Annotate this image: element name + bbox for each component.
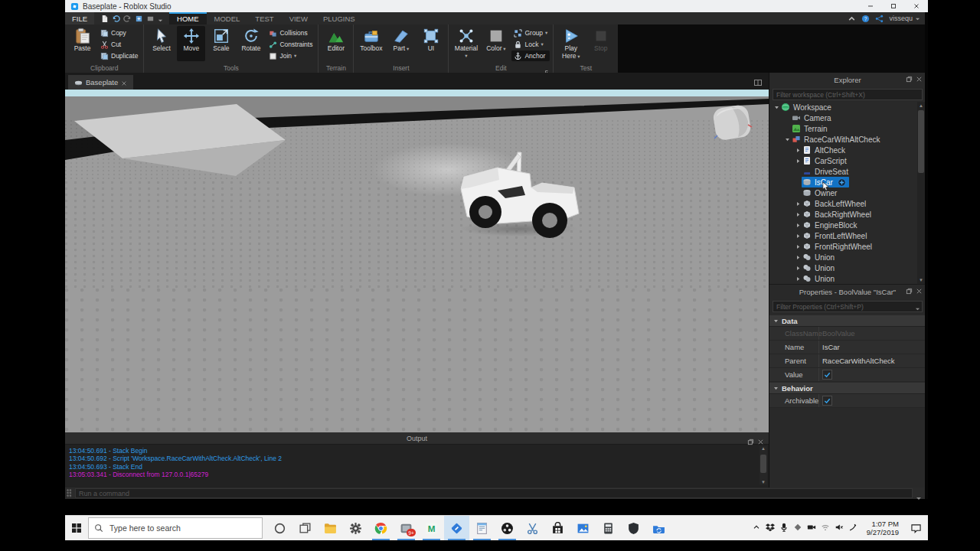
taskbar-settings-gear-button[interactable] [343, 516, 368, 540]
editor-button[interactable]: Editor [322, 26, 350, 54]
tray-wifi-button[interactable] [819, 516, 831, 540]
command-history-icon[interactable] [916, 491, 922, 497]
taskbar-teams-button[interactable]: M [419, 516, 444, 540]
close-panel-icon[interactable] [757, 435, 764, 442]
explorer-item-union[interactable]: Union [769, 262, 926, 273]
explorer-item-carscript[interactable]: CarScript [769, 155, 926, 166]
undo-icon[interactable] [112, 15, 120, 23]
tray-diamond-button[interactable] [792, 516, 804, 540]
menu-tab-model[interactable]: MODEL [207, 12, 248, 24]
taskbar-obs-button[interactable] [495, 516, 520, 540]
expand-arrow-icon[interactable] [795, 222, 802, 228]
taskbar-sync-folder-button[interactable] [646, 516, 671, 540]
taskbar-snip-button[interactable] [520, 516, 545, 540]
expand-arrow-icon[interactable] [795, 243, 802, 249]
tray-camera-tray-button[interactable] [805, 516, 818, 540]
explorer-item-altcheck[interactable]: AltCheck [769, 145, 926, 155]
expand-arrow-icon[interactable] [795, 276, 802, 282]
help-icon[interactable]: ? [861, 15, 870, 23]
explorer-item-engineblock[interactable]: EngineBlock [769, 220, 926, 230]
explorer-item-frontleftwheel[interactable]: FrontLeftWheel [769, 230, 926, 241]
properties-section-data[interactable]: Data [769, 315, 926, 327]
scale-button[interactable]: Scale [207, 26, 235, 61]
taskbar-roblox-studio-button[interactable] [444, 516, 469, 540]
property-value[interactable]: RaceCarWithAltCheck [818, 354, 926, 367]
tray-dropbox-button[interactable] [764, 516, 776, 540]
close-button[interactable] [905, 0, 928, 12]
anchor-button[interactable]: Anchor [511, 51, 550, 61]
menu-tab-home[interactable]: HOME [169, 12, 207, 24]
explorer-item-owner[interactable]: Owner [769, 187, 926, 198]
new-file-icon[interactable] [100, 15, 109, 23]
expand-arrow-icon[interactable] [795, 233, 802, 239]
lock-button[interactable]: Lock▾ [511, 39, 550, 50]
property-value[interactable]: BoolValue [818, 327, 926, 340]
duplicate-button[interactable]: Duplicate [98, 51, 140, 61]
properties-filter-input[interactable] [773, 301, 923, 312]
taskbar-file-explorer-button[interactable] [318, 516, 343, 540]
explorer-item-frontrightwheel[interactable]: FrontRightWheel [769, 241, 926, 252]
taskbar-task-view-button[interactable] [292, 516, 318, 540]
menu-tab-plugins[interactable]: PLUGINS [315, 12, 363, 24]
taskbar-store-button[interactable] [545, 516, 570, 540]
stop-button[interactable]: Stop [586, 26, 615, 61]
redo-icon[interactable] [123, 15, 132, 23]
expand-arrow-icon[interactable] [795, 201, 802, 207]
float-panel-icon[interactable] [906, 288, 913, 295]
close-panel-icon[interactable] [916, 76, 923, 83]
file-menu-button[interactable]: FILE [65, 12, 94, 24]
properties-section-behavior[interactable]: Behavior [769, 382, 926, 394]
action-center-button[interactable] [905, 516, 926, 540]
command-input[interactable] [75, 488, 913, 498]
paste-button[interactable]: Paste [68, 26, 96, 61]
share-icon[interactable] [875, 15, 884, 23]
qat-caret-icon[interactable] [158, 16, 163, 21]
group-button[interactable]: Group▾ [511, 28, 550, 38]
taskbar-mail-app-button[interactable]: 9+ [394, 516, 419, 540]
rotate-button[interactable]: Rotate [237, 26, 265, 61]
join-button[interactable]: Join▾ [266, 51, 315, 61]
explorer-item-camera[interactable]: Camera [769, 112, 926, 123]
tray-mic-button[interactable] [778, 516, 790, 540]
taskbar-chrome-button[interactable] [368, 516, 394, 540]
search-input[interactable] [108, 523, 256, 533]
tray-volume-muted-button[interactable] [833, 516, 845, 540]
tray-pen-button[interactable] [847, 516, 859, 540]
insert-icon[interactable] [135, 15, 143, 23]
property-value[interactable]: IsCar [818, 341, 926, 354]
taskbar-defender-button[interactable] [621, 516, 646, 540]
capture-icon[interactable] [146, 15, 155, 23]
taskbar-cortana-button[interactable] [267, 516, 292, 540]
taskbar-notepad-app-button[interactable] [469, 516, 495, 540]
tab-close-icon[interactable] [121, 80, 127, 86]
explorer-item-racecarwithaltcheck[interactable]: RaceCarWithAltCheck [769, 134, 926, 145]
checkbox-checked-icon[interactable] [822, 396, 832, 406]
expand-arrow-icon[interactable] [795, 158, 802, 164]
explorer-filter-input[interactable] [773, 89, 923, 100]
material-button[interactable]: Material ▾ [452, 26, 480, 61]
taskbar-photos-button[interactable] [570, 516, 596, 540]
collisions-button[interactable]: Collisions [266, 28, 315, 38]
account-menu[interactable]: vissequ [889, 15, 920, 22]
select-button[interactable]: Select [147, 26, 175, 61]
copy-button[interactable]: Copy [98, 28, 140, 38]
tab-baseplate[interactable]: Baseplate [68, 75, 133, 90]
color-button[interactable]: Color ▾ [482, 26, 510, 61]
close-panel-icon[interactable] [916, 288, 923, 295]
expand-arrow-icon[interactable] [795, 254, 802, 260]
explorer-item-union[interactable]: Union [769, 273, 926, 284]
property-value[interactable] [818, 394, 926, 407]
split-view-icon[interactable] [753, 77, 763, 86]
explorer-item-backrightwheel[interactable]: BackRightWheel [769, 209, 926, 220]
taskbar-clock[interactable]: 1:07 PM 9/27/2019 [867, 520, 899, 537]
explorer-item-workspace[interactable]: Workspace [769, 102, 926, 112]
viewport-3d[interactable] [65, 90, 769, 432]
expand-arrow-icon[interactable] [795, 147, 802, 153]
ui-button[interactable]: UI [416, 26, 445, 54]
race-car-model[interactable] [452, 143, 590, 239]
checkbox-checked-icon[interactable] [822, 370, 832, 380]
float-panel-icon[interactable] [906, 76, 913, 83]
explorer-item-driveseat[interactable]: DriveSeat [769, 166, 926, 177]
part-button[interactable]: Part ▾ [387, 26, 415, 54]
menu-tab-test[interactable]: TEST [247, 12, 281, 24]
